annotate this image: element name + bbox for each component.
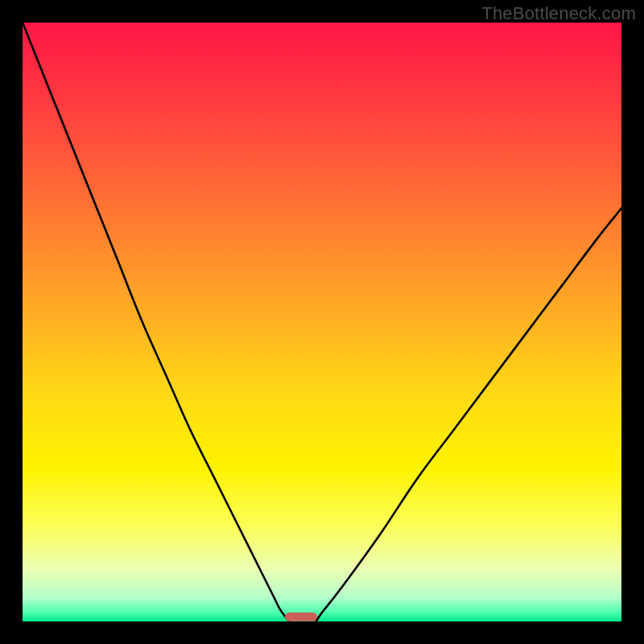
bottleneck-chart (23, 23, 621, 621)
watermark-text: TheBottleneck.com (481, 3, 636, 24)
plot-area (23, 23, 621, 621)
optimal-marker (285, 613, 317, 621)
gradient-background (23, 23, 621, 621)
chart-frame: TheBottleneck.com (0, 0, 644, 644)
